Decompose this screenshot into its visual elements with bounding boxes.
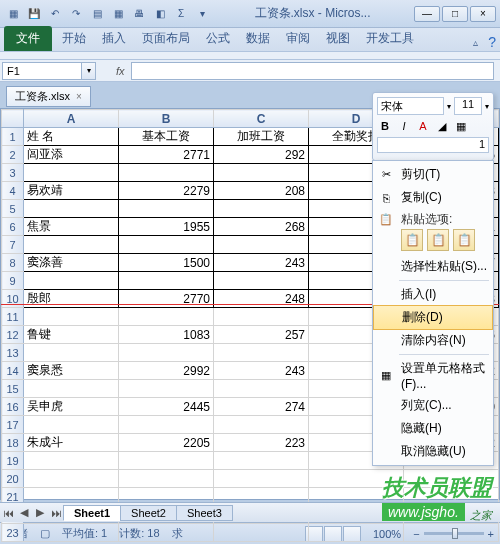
tab-developer[interactable]: 开发工具 [358, 26, 422, 51]
cell[interactable] [214, 416, 309, 434]
row-header[interactable]: 20 [2, 470, 24, 488]
qat-btn[interactable]: ▦ [109, 5, 127, 23]
cell[interactable] [119, 272, 214, 290]
redo-icon[interactable]: ↷ [67, 5, 85, 23]
cell[interactable] [119, 200, 214, 218]
row-header[interactable]: 5 [2, 200, 24, 218]
name-box-dropdown[interactable]: ▾ [82, 62, 96, 80]
workbook-tab[interactable]: 工资条.xlsx × [6, 86, 91, 107]
row-header[interactable]: 16 [2, 398, 24, 416]
cell[interactable] [24, 470, 119, 488]
cell[interactable]: 257 [214, 326, 309, 344]
menu-insert[interactable]: 插入(I) [373, 283, 493, 306]
cell[interactable]: 鲁键 [24, 326, 119, 344]
cell[interactable] [214, 236, 309, 254]
cell[interactable]: 闾亚添 [24, 146, 119, 164]
menu-unhide[interactable]: 取消隐藏(U) [373, 440, 493, 463]
row-header[interactable]: 17 [2, 416, 24, 434]
close-button[interactable]: × [470, 6, 496, 22]
cell[interactable] [214, 524, 309, 542]
cell[interactable]: 焦景 [24, 218, 119, 236]
menu-column-width[interactable]: 列宽(C)... [373, 394, 493, 417]
cell[interactable]: 2205 [119, 434, 214, 452]
cell[interactable] [214, 200, 309, 218]
cell[interactable]: 基本工资 [119, 128, 214, 146]
column-header[interactable]: B [119, 110, 214, 128]
column-header[interactable]: A [24, 110, 119, 128]
row-header[interactable]: 12 [2, 326, 24, 344]
formula-bar[interactable] [131, 62, 494, 80]
sheet-tab-1[interactable]: Sheet1 [63, 505, 121, 521]
maximize-button[interactable]: □ [442, 6, 468, 22]
row-header[interactable]: 19 [2, 452, 24, 470]
font-family-select[interactable]: 宋体 [377, 97, 444, 115]
row-header[interactable]: 23 [2, 524, 24, 542]
menu-clear[interactable]: 清除内容(N) [373, 329, 493, 352]
qat-dropdown-icon[interactable]: ▾ [193, 5, 211, 23]
cell[interactable] [119, 344, 214, 362]
cell[interactable]: 2992 [119, 362, 214, 380]
border-icon[interactable]: ▦ [453, 118, 469, 134]
row-header[interactable]: 14 [2, 362, 24, 380]
cell[interactable] [214, 470, 309, 488]
tab-data[interactable]: 数据 [238, 26, 278, 51]
cell[interactable] [24, 416, 119, 434]
ribbon-minimize-icon[interactable]: ▵ [466, 33, 484, 51]
bold-button[interactable]: B [377, 118, 393, 134]
fx-icon[interactable]: fx [116, 65, 125, 77]
cell[interactable] [214, 164, 309, 182]
tab-home[interactable]: 开始 [54, 26, 94, 51]
cell[interactable]: 274 [214, 398, 309, 416]
help-icon[interactable]: ? [488, 34, 496, 50]
fill-color-icon[interactable]: ◢ [434, 118, 450, 134]
menu-copy[interactable]: ⎘ 复制(C) [373, 186, 493, 209]
italic-button[interactable]: I [396, 118, 412, 134]
cell[interactable]: 1500 [119, 254, 214, 272]
cell[interactable] [119, 416, 214, 434]
font-color-icon[interactable]: A [415, 118, 431, 134]
row-header[interactable]: 13 [2, 344, 24, 362]
excel-icon[interactable]: ▦ [4, 5, 22, 23]
row-header[interactable]: 18 [2, 434, 24, 452]
tab-page-layout[interactable]: 页面布局 [134, 26, 198, 51]
cell[interactable]: 243 [214, 254, 309, 272]
row-header[interactable]: 4 [2, 182, 24, 200]
cell[interactable] [24, 524, 119, 542]
cell[interactable] [119, 380, 214, 398]
cell[interactable] [214, 452, 309, 470]
cell[interactable] [119, 470, 214, 488]
tab-review[interactable]: 审阅 [278, 26, 318, 51]
cell[interactable] [119, 452, 214, 470]
sheet-nav-last-icon[interactable]: ⏭ [48, 507, 64, 519]
save-icon[interactable]: 💾 [25, 5, 43, 23]
row-header[interactable]: 11 [2, 308, 24, 326]
cell[interactable] [119, 236, 214, 254]
tab-insert[interactable]: 插入 [94, 26, 134, 51]
cell[interactable] [214, 272, 309, 290]
tab-formulas[interactable]: 公式 [198, 26, 238, 51]
chevron-down-icon[interactable]: ▾ [447, 102, 451, 111]
cell[interactable]: 2771 [119, 146, 214, 164]
name-box[interactable]: F1 [2, 62, 82, 80]
qat-btn[interactable]: Σ [172, 5, 190, 23]
cell[interactable]: 窦涤善 [24, 254, 119, 272]
row-header[interactable]: 8 [2, 254, 24, 272]
cell[interactable] [24, 380, 119, 398]
qat-btn[interactable]: ◧ [151, 5, 169, 23]
row-header[interactable]: 15 [2, 380, 24, 398]
row-header[interactable]: 9 [2, 272, 24, 290]
undo-icon[interactable]: ↶ [46, 5, 64, 23]
file-tab[interactable]: 文件 [4, 26, 52, 51]
menu-hide[interactable]: 隐藏(H) [373, 417, 493, 440]
paste-option-1[interactable]: 📋 [401, 229, 423, 251]
cell[interactable] [24, 452, 119, 470]
font-size-select[interactable]: 11 [454, 97, 482, 115]
cell[interactable]: 1083 [119, 326, 214, 344]
cell[interactable]: 吴申虎 [24, 398, 119, 416]
qat-btn[interactable]: 🖶 [130, 5, 148, 23]
row-header[interactable]: 6 [2, 218, 24, 236]
tab-view[interactable]: 视图 [318, 26, 358, 51]
minimize-button[interactable]: — [414, 6, 440, 22]
cell[interactable] [24, 272, 119, 290]
cell[interactable]: 易欢靖 [24, 182, 119, 200]
